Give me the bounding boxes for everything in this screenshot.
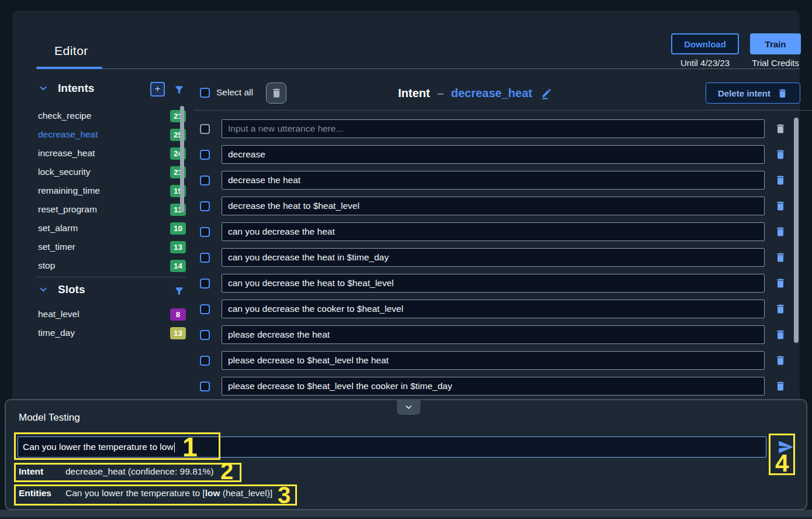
utterance-checkbox[interactable] <box>200 253 210 263</box>
model-testing-panel: Model Testing Can you lower the temperat… <box>5 399 807 510</box>
test-utterance-input[interactable]: Can you lower the temperature to low <box>18 436 766 458</box>
intent-title-name: decrease_heat <box>451 87 532 100</box>
sidebar-item-stop[interactable]: stop14 <box>38 256 186 275</box>
utterance-input[interactable] <box>222 325 765 344</box>
trash-icon[interactable] <box>775 174 786 186</box>
page-footer-strip <box>0 510 812 519</box>
utterance-input[interactable] <box>222 248 765 267</box>
utterance-list <box>200 119 786 428</box>
utterance-list-scrollbar[interactable] <box>794 118 799 343</box>
slot-item-label: time_day <box>38 328 75 338</box>
tab-editor[interactable]: Editor <box>54 44 88 58</box>
trash-icon[interactable] <box>775 329 786 341</box>
utterance-checkbox[interactable] <box>200 279 210 288</box>
add-intent-button[interactable]: + <box>150 82 165 97</box>
chevron-down-icon[interactable] <box>38 83 49 94</box>
utterance-input[interactable] <box>222 274 765 293</box>
trash-icon[interactable] <box>775 355 786 366</box>
trash-icon[interactable] <box>775 226 786 238</box>
select-all-checkbox[interactable] <box>200 88 210 98</box>
new-utterance-input[interactable] <box>222 119 765 138</box>
slots-section-header: Slots <box>38 283 85 296</box>
slot-count-badge: 13 <box>170 327 186 339</box>
trash-icon[interactable] <box>775 123 786 135</box>
utterance-input[interactable] <box>222 222 765 241</box>
utterance-row <box>200 145 786 164</box>
utterance-input[interactable] <box>222 171 765 190</box>
utterance-input[interactable] <box>222 377 765 396</box>
delete-intent-label: Delete intent <box>718 88 770 98</box>
sidebar-item-time_day[interactable]: time_day13 <box>38 324 186 342</box>
utterance-input[interactable] <box>222 145 765 164</box>
utterance-input[interactable] <box>222 197 765 215</box>
utterance-row <box>200 248 786 267</box>
sidebar-item-decrease_heat[interactable]: decrease_heat25 <box>38 125 186 144</box>
intent-count-badge: 14 <box>170 260 186 272</box>
chevron-down-icon[interactable] <box>38 284 49 295</box>
result-intent-value: decrease_heat (confidence: 99.81%) <box>65 466 213 477</box>
sidebar-item-increase_heat[interactable]: increase_heat24 <box>38 144 186 163</box>
send-icon[interactable] <box>776 439 795 455</box>
intent-item-label: check_recipe <box>38 111 91 121</box>
slot-count-badge: 8 <box>170 308 186 321</box>
utterance-row <box>200 171 786 190</box>
download-button[interactable]: Download <box>671 33 739 54</box>
sidebar-item-lock_security[interactable]: lock_security21 <box>38 163 186 181</box>
utterance-checkbox[interactable] <box>200 304 210 314</box>
slot-item-label: heat_level <box>38 309 80 319</box>
slots-title: Slots <box>58 283 85 296</box>
utterance-row <box>200 222 786 241</box>
tab-active-indicator <box>36 67 102 69</box>
select-all-control: Select all <box>200 87 253 98</box>
trash-icon[interactable] <box>775 380 786 392</box>
intent-item-label: increase_heat <box>38 148 95 159</box>
sidebar-scrollbar[interactable] <box>180 106 184 212</box>
utterance-checkbox[interactable] <box>200 201 210 211</box>
utterance-input[interactable] <box>222 300 765 318</box>
tabs-divider <box>36 68 800 69</box>
intent-item-label: set_alarm <box>38 223 78 233</box>
utterance-checkbox[interactable] <box>200 150 210 160</box>
trash-icon[interactable] <box>775 149 786 160</box>
result-entities-value: Can you lower the temperature to [low (h… <box>65 488 272 499</box>
utterance-checkbox[interactable] <box>200 381 210 391</box>
sidebar-item-heat_level[interactable]: heat_level8 <box>38 305 186 324</box>
text-caret <box>174 442 175 452</box>
sidebar-item-remaining_time[interactable]: remaining_time15 <box>38 181 186 200</box>
intents-list: check_recipe21decrease_heat25increase_he… <box>38 106 186 275</box>
trash-icon[interactable] <box>775 252 786 263</box>
utterance-checkbox[interactable] <box>200 356 210 366</box>
utterance-checkbox[interactable] <box>200 124 210 134</box>
utterance-checkbox[interactable] <box>200 330 210 340</box>
train-button[interactable]: Train <box>750 33 801 54</box>
edit-intent-name-icon[interactable] <box>540 86 554 100</box>
sidebar-item-set_timer[interactable]: set_timer13 <box>38 238 186 256</box>
intent-item-label: lock_security <box>38 167 91 177</box>
sidebar-item-set_alarm[interactable]: set_alarm10 <box>38 219 186 238</box>
utterance-row <box>200 351 786 370</box>
utterance-checkbox[interactable] <box>200 176 210 185</box>
trash-icon[interactable] <box>775 200 786 212</box>
utterance-row <box>200 197 786 215</box>
select-all-label: Select all <box>216 87 253 98</box>
delete-intent-button[interactable]: Delete intent <box>706 83 800 104</box>
intent-item-label: remaining_time <box>38 185 100 196</box>
sidebar-item-reset_program[interactable]: reset_program13 <box>38 200 186 219</box>
sidebar-item-check_recipe[interactable]: check_recipe21 <box>38 106 186 125</box>
trash-icon[interactable] <box>775 277 786 289</box>
content-header-divider <box>194 110 812 111</box>
slots-list: heat_level8time_day13 <box>38 305 186 342</box>
intents-title: Intents <box>58 82 94 95</box>
utterance-checkbox[interactable] <box>200 227 210 237</box>
filter-slots-icon[interactable] <box>174 286 185 297</box>
filter-intents-icon[interactable] <box>174 84 185 95</box>
collapse-panel-button[interactable] <box>397 399 420 415</box>
bulk-delete-button[interactable] <box>266 83 286 104</box>
utterance-input[interactable] <box>222 351 765 370</box>
model-testing-title: Model Testing <box>19 412 80 424</box>
intent-count-badge: 13 <box>170 241 186 253</box>
trash-icon[interactable] <box>775 303 786 315</box>
intent-item-label: decrease_heat <box>38 129 98 140</box>
intent-item-label: set_timer <box>38 242 75 252</box>
result-intent-label: Intent <box>19 466 65 477</box>
